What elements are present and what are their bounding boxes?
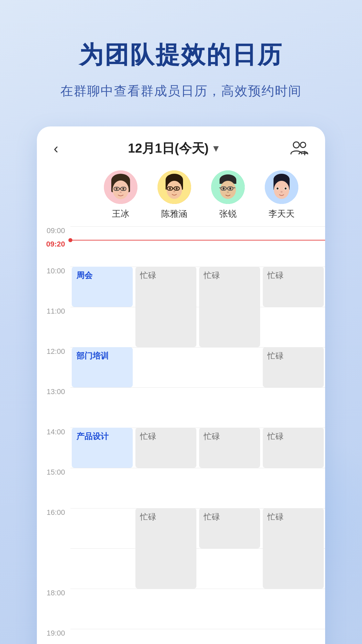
event-block[interactable]: 忙碌 [135,508,196,589]
avatar [265,170,298,204]
svg-point-35 [223,187,225,190]
chevron-down-icon[interactable]: ▼ [212,143,221,154]
event-block[interactable]: 忙碌 [135,267,196,347]
event-columns: 周会 部门培训 产品设计 忙碌 忙碌 忙碌 [70,226,325,644]
calendar-card: ‹ 12月1日(今天) ▼ [37,126,325,644]
avatar-name-1: 王冰 [112,208,129,220]
time-column: 09:00 09:20 10:00 11:00 12:00 13:00 14:0… [37,226,70,644]
svg-point-46 [285,187,287,190]
event-block[interactable]: 忙碌 [263,347,324,387]
svg-point-24 [176,187,178,190]
time-label: 13:00 [47,387,65,396]
calendar-grid: 09:00 09:20 10:00 11:00 12:00 13:00 14:0… [37,226,325,644]
svg-point-45 [277,187,279,190]
event-col-3: 忙碌 忙碌 忙碌 忙碌 [261,226,325,644]
avatar-item[interactable]: 陈雅涵 [147,170,201,220]
avatar [158,170,191,204]
svg-point-47 [281,191,283,193]
hero-title: 为团队提效的日历 [79,40,283,69]
svg-point-23 [169,187,171,190]
avatars-row: 王冰 [37,164,325,223]
current-time-label: 09:20 [46,240,65,249]
time-label: 19:00 [47,629,65,638]
time-label: 12:00 [47,347,65,356]
event-block[interactable]: 产品设计 [72,428,133,468]
time-label: 11:00 [47,307,65,316]
date-title: 12月1日(今天) ▼ [128,140,221,157]
svg-point-36 [229,187,231,190]
time-label: 16:00 [47,508,65,517]
time-label: 18:00 [47,589,65,597]
time-label: 15:00 [47,468,65,477]
avatar [104,170,137,204]
event-block[interactable]: 部门培训 [72,347,133,387]
svg-point-11 [116,188,118,190]
event-col-0: 周会 部门培训 产品设计 [70,226,134,644]
event-block[interactable]: 忙碌 [263,508,324,589]
svg-point-25 [173,191,175,192]
avatar-name-4: 李天天 [268,208,295,220]
event-block[interactable]: 忙碌 [199,428,260,468]
current-time-line [70,240,325,240]
event-block[interactable]: 忙碌 [199,508,260,548]
back-button[interactable]: ‹ [54,142,58,156]
svg-point-37 [227,192,229,193]
time-label: 10:00 [47,267,65,275]
avatar-name-3: 张锐 [219,208,237,220]
event-col-2: 忙碌 忙碌 忙碌 [198,226,261,644]
svg-point-12 [122,188,124,190]
time-label: 09:00 [47,226,65,235]
time-label: 14:00 [47,428,65,436]
svg-point-14 [120,192,122,193]
hero-subtitle: 在群聊中查看群成员日历，高效预约时间 [60,83,302,100]
date-label: 12月1日(今天) [128,140,209,157]
event-block[interactable]: 忙碌 [263,267,324,307]
avatar [211,170,245,204]
svg-point-0 [293,142,299,148]
avatar-name-2: 陈雅涵 [161,208,187,220]
events-area: 周会 部门培训 产品设计 忙碌 忙碌 忙碌 [70,226,325,644]
avatar-item[interactable]: 王冰 [94,170,147,220]
event-block[interactable]: 忙碌 [199,267,260,347]
svg-point-42 [274,181,289,199]
card-header: ‹ 12月1日(今天) ▼ [37,126,325,164]
group-icon[interactable] [290,141,308,157]
event-block[interactable]: 周会 [72,267,133,307]
event-col-1: 忙碌 忙碌 忙碌 [134,226,198,644]
event-block[interactable]: 忙碌 [263,428,324,468]
svg-point-1 [300,142,306,148]
avatar-item[interactable]: 李天天 [255,170,308,220]
avatar-item[interactable]: 张锐 [201,170,255,220]
event-block[interactable]: 忙碌 [135,428,196,468]
